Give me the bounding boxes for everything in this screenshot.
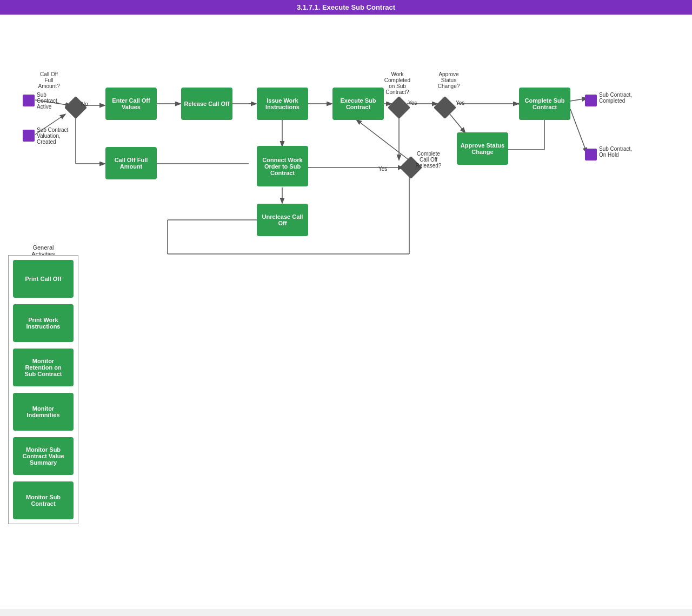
sub-contract-completed-label: Sub Contract,Completed <box>599 92 637 104</box>
execute-sub-contract-box[interactable]: Execute SubContract <box>332 88 384 120</box>
approve-status-question: ApproveStatusChange? <box>430 71 468 89</box>
print-work-instructions-box[interactable]: Print WorkInstructions <box>13 304 74 342</box>
release-call-off-box[interactable]: Release Call Off <box>181 88 232 120</box>
sub-contract-completed-node <box>585 95 597 106</box>
main-canvas: Sub Contract,Active Sub ContractValuatio… <box>0 15 692 609</box>
sub-contract-valuation-node <box>23 130 35 142</box>
svg-line-17 <box>570 98 587 101</box>
unrelease-call-off-box[interactable]: Unrelease CallOff <box>257 204 308 236</box>
title-bar: 3.1.7.1. Execute Sub Contract <box>0 0 692 15</box>
connect-work-order-box[interactable]: Connect WorkOrder to SubContract <box>257 146 308 186</box>
title-text: 3.1.7.1. Execute Sub Contract <box>297 3 395 11</box>
sub-contract-valuation-label: Sub ContractValuation,Created <box>37 127 75 145</box>
yes-label-approve-status: Yes <box>456 100 464 106</box>
work-completed-diamond <box>388 96 410 119</box>
monitor-sub-contract-value-box[interactable]: Monitor SubContract ValueSummary <box>13 437 74 475</box>
enter-call-off-values-box[interactable]: Enter Call OffValues <box>105 88 157 120</box>
call-off-full-amount-question: Call OffFullAmount? <box>31 71 66 89</box>
monitor-sub-contract-box[interactable]: Monitor SubContract <box>13 481 74 519</box>
complete-call-off-question: CompleteCall OffReleased? <box>408 151 449 169</box>
sub-contract-on-hold-node <box>585 149 597 160</box>
issue-work-instructions-box[interactable]: Issue WorkInstructions <box>257 88 308 120</box>
sub-contract-on-hold-label: Sub Contract,On Hold <box>599 146 637 158</box>
monitor-indemnities-box[interactable]: MonitorIndemnities <box>13 393 74 431</box>
no-label-call-off: No <box>81 101 88 107</box>
yes-label-complete-call-off: Yes <box>378 166 387 172</box>
sub-contract-active-node <box>23 95 35 106</box>
approve-status-change-box[interactable]: Approve StatusChange <box>457 132 508 165</box>
general-activities-panel: Print Call Off Print WorkInstructions Mo… <box>8 255 78 524</box>
svg-line-21 <box>357 120 408 159</box>
complete-sub-contract-box[interactable]: Complete SubContract <box>519 88 570 120</box>
yes-label-work-completed: Yes <box>408 100 417 106</box>
work-completed-question: WorkCompletedon SubContract? <box>378 71 416 95</box>
monitor-retention-box[interactable]: MonitorRetention onSub Contract <box>13 349 74 386</box>
approve-status-diamond <box>434 96 456 119</box>
print-call-off-box[interactable]: Print Call Off <box>13 260 74 298</box>
svg-line-18 <box>570 109 587 152</box>
call-off-full-amount-box[interactable]: Call Off FullAmount <box>105 147 157 179</box>
